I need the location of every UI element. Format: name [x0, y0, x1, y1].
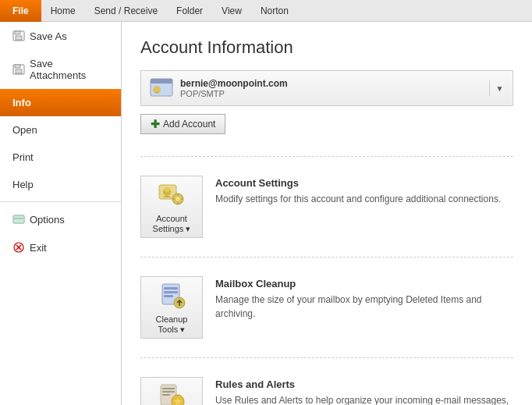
view-menu[interactable]: View — [212, 0, 251, 22]
cleanup-tools-button[interactable]: CleanupTools ▾ — [140, 276, 203, 339]
add-account-button[interactable]: ✚ Add Account — [140, 114, 225, 134]
section-account-settings: AccountSettings ▾ Account Settings Modif… — [140, 163, 513, 250]
svg-rect-7 — [14, 216, 23, 222]
svg-point-18 — [165, 187, 169, 192]
sidebar-item-options[interactable]: Options — [0, 205, 121, 233]
account-settings-button[interactable]: AccountSettings ▾ — [140, 176, 203, 238]
svg-rect-31 — [162, 388, 175, 389]
options-label: Options — [30, 214, 65, 226]
svg-rect-5 — [15, 65, 20, 68]
cleanup-tools-title: Mailbox Cleanup — [215, 278, 513, 290]
svg-point-20 — [176, 197, 180, 201]
file-menu[interactable]: File — [0, 0, 41, 22]
sidebar-item-save-attachments[interactable]: Save Attachments — [0, 50, 121, 89]
svg-rect-27 — [164, 291, 178, 293]
norton-menu[interactable]: Norton — [251, 0, 298, 22]
home-menu[interactable]: Home — [41, 0, 85, 22]
rules-alerts-button[interactable]: Manage Rules& Alerts — [140, 377, 203, 405]
save-attachments-icon — [12, 63, 25, 76]
options-icon — [12, 213, 25, 226]
sidebar-item-save-as[interactable]: Save As — [0, 22, 121, 50]
cleanup-tools-desc: Manage the size of your mailbox by empty… — [215, 293, 513, 321]
rules-alerts-title: Rules and Alerts — [215, 378, 513, 390]
sidebar-item-help[interactable]: Help — [0, 171, 121, 198]
save-attachments-label: Save Attachments — [30, 58, 108, 81]
folder-menu[interactable]: Folder — [167, 0, 212, 22]
sidebar-item-print[interactable]: Print — [0, 144, 121, 171]
account-settings-icon — [156, 179, 187, 211]
svg-rect-33 — [162, 394, 170, 396]
svg-rect-28 — [164, 295, 173, 297]
divider-3 — [140, 357, 513, 358]
cleanup-tools-icon — [156, 280, 187, 311]
content-area: Account Information bernie@moonpoint.com… — [122, 22, 532, 405]
sidebar: Save As Save Attachments Info Open Print… — [0, 22, 122, 405]
account-settings-text: Account Settings Modify settings for thi… — [215, 176, 513, 206]
rules-alerts-desc: Use Rules and Alerts to help organize yo… — [215, 393, 513, 405]
svg-rect-1 — [16, 36, 22, 40]
account-dropdown-arrow[interactable]: ▼ — [489, 80, 505, 96]
sidebar-item-exit[interactable]: Exit — [0, 233, 121, 261]
save-as-icon — [12, 30, 25, 42]
cleanup-tools-icon-label: CleanupTools ▾ — [156, 314, 188, 335]
rules-alerts-icon — [156, 381, 187, 405]
rules-alerts-text: Rules and Alerts Use Rules and Alerts to… — [215, 377, 513, 405]
account-info-box: bernie@moonpoint.com POP/SMTP ▼ — [140, 70, 513, 106]
menu-bar: File Home Send / Receive Folder View Nor… — [0, 0, 532, 22]
send-receive-menu[interactable]: Send / Receive — [85, 0, 167, 22]
section-cleanup-tools: CleanupTools ▾ Mailbox Cleanup Manage th… — [140, 264, 513, 351]
divider-1 — [140, 156, 513, 157]
exit-label: Exit — [30, 242, 47, 254]
divider-2 — [140, 257, 513, 258]
account-settings-title: Account Settings — [215, 177, 513, 189]
account-details: bernie@moonpoint.com POP/SMTP — [180, 78, 489, 98]
print-label: Print — [12, 151, 34, 163]
svg-rect-26 — [164, 287, 178, 290]
cleanup-tools-text: Mailbox Cleanup Manage the size of your … — [215, 276, 513, 321]
svg-rect-2 — [15, 31, 20, 34]
svg-rect-4 — [16, 69, 22, 73]
add-icon: ✚ — [151, 118, 160, 130]
main-container: Save As Save Attachments Info Open Print… — [0, 22, 532, 405]
account-email: bernie@moonpoint.com — [180, 78, 489, 89]
sidebar-item-info[interactable]: Info — [0, 89, 121, 116]
exit-icon — [12, 241, 25, 254]
account-type: POP/SMTP — [180, 89, 489, 98]
account-icon — [149, 76, 174, 101]
help-label: Help — [12, 179, 34, 190]
account-settings-icon-label: AccountSettings ▾ — [153, 214, 191, 234]
info-label: Info — [12, 97, 31, 108]
section-rules-alerts: Manage Rules& Alerts Rules and Alerts Us… — [140, 364, 513, 405]
sidebar-item-open[interactable]: Open — [0, 116, 121, 144]
svg-rect-32 — [162, 391, 175, 393]
svg-rect-14 — [151, 82, 172, 83]
add-account-label: Add Account — [163, 119, 215, 130]
page-title: Account Information — [140, 37, 513, 58]
save-as-label: Save As — [30, 30, 67, 42]
open-label: Open — [12, 124, 37, 136]
account-settings-desc: Modify settings for this account and con… — [215, 192, 513, 206]
